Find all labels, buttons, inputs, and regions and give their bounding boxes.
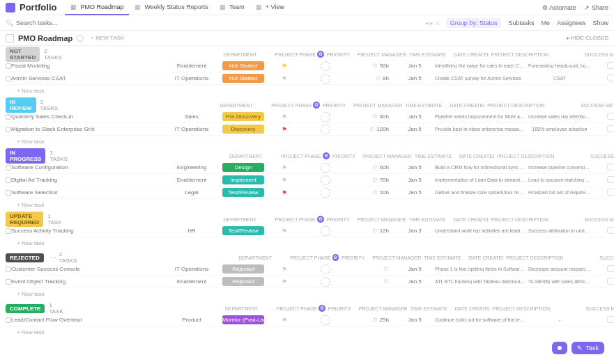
row-checkbox[interactable]	[6, 165, 11, 171]
phase-badge[interactable]: Pre-Discovery	[222, 112, 264, 121]
task-name[interactable]: Lead/Contact Flow Overhaul	[11, 317, 164, 323]
task-name[interactable]: Event Object Tracking	[11, 278, 164, 285]
tab--view[interactable]: ▦+ View	[250, 0, 290, 15]
phase-badge[interactable]: Implement	[222, 175, 264, 184]
department-cell[interactable]: IT Operations	[167, 266, 216, 272]
row-checkbox[interactable]	[6, 177, 11, 183]
task-row[interactable]: Fiscal ModelingEnablementNot Started⚑⏱ 5…	[6, 60, 608, 72]
project-manager-avatar[interactable]	[321, 74, 330, 84]
new-task-inline[interactable]: + New task	[6, 288, 608, 300]
status-badge[interactable]: IN REVIEW	[6, 97, 36, 113]
row-checkbox[interactable]	[6, 76, 11, 81]
comment-icon[interactable]	[607, 74, 614, 81]
task-row[interactable]: Event Object TrackingEnablementRejected⚑…	[6, 276, 608, 288]
toolbar-show[interactable]: Show	[592, 19, 608, 26]
phase-badge[interactable]: Rejected	[222, 264, 264, 274]
task-name[interactable]: Success Activity Tracking	[11, 228, 164, 234]
new-task-inline[interactable]: + New task	[6, 199, 608, 211]
row-checkbox[interactable]	[6, 190, 11, 196]
time-estimate-cell[interactable]: ⏱ 10h	[353, 189, 394, 196]
priority-flag-icon[interactable]: ⚑	[282, 228, 287, 235]
status-badge[interactable]: IN PROGRESS	[6, 148, 45, 164]
task-name[interactable]: Quarterly Sales Check-in	[11, 113, 164, 120]
tab-pmo-roadmap[interactable]: ▦PMO Roadmap	[65, 0, 129, 15]
priority-flag-icon[interactable]: ⚑	[282, 177, 287, 184]
comment-icon[interactable]	[607, 189, 614, 196]
task-row[interactable]: Digital Ad TrackingEnablementImplement⚑⏱…	[6, 174, 608, 187]
department-cell[interactable]: HR	[167, 228, 216, 234]
task-name[interactable]: Admin Services CSAT	[11, 75, 164, 81]
phase-badge[interactable]: Test/Review	[222, 226, 264, 235]
comment-icon[interactable]	[607, 316, 614, 323]
department-cell[interactable]: IT Operations	[167, 126, 216, 132]
priority-flag-icon[interactable]: ⚑	[282, 75, 287, 82]
row-checkbox[interactable]	[6, 267, 11, 272]
phase-badge[interactable]: Monitor (Post-Launc…	[222, 315, 264, 324]
new-task-inline[interactable]: + New task	[6, 237, 608, 249]
project-manager-avatar[interactable]	[321, 277, 330, 287]
priority-flag-icon[interactable]: ⚑	[282, 164, 287, 171]
department-cell[interactable]: Enablement	[167, 63, 216, 69]
time-estimate-cell[interactable]: ⏱ 12h	[353, 228, 394, 234]
task-row[interactable]: Quarterly Sales Check-inSalesPre-Discove…	[6, 111, 608, 123]
time-estimate-cell[interactable]: ⏱ 60h	[353, 164, 394, 171]
project-manager-avatar[interactable]	[321, 61, 330, 71]
toolbar-me[interactable]: Me	[541, 19, 550, 26]
list-checkbox[interactable]	[6, 34, 14, 42]
row-checkbox[interactable]	[6, 279, 11, 285]
row-checkbox[interactable]	[6, 228, 11, 234]
time-estimate-cell[interactable]: ⏱	[353, 266, 394, 272]
project-manager-avatar[interactable]	[321, 112, 330, 122]
task-name[interactable]: Digital Ad Tracking	[11, 177, 164, 183]
status-badge[interactable]: COMPLETE	[6, 304, 45, 313]
project-manager-avatar[interactable]	[321, 188, 330, 198]
time-estimate-cell[interactable]: ⏱	[353, 278, 394, 285]
row-checkbox[interactable]	[6, 114, 11, 120]
status-badge[interactable]: UPDATE REQUIRED	[6, 212, 43, 227]
project-manager-avatar[interactable]	[321, 125, 330, 134]
toolbar-subtasks[interactable]: Subtasks	[508, 19, 534, 26]
priority-flag-icon[interactable]: ⚑	[282, 126, 287, 133]
phase-badge[interactable]: Not Started	[222, 61, 264, 70]
priority-flag-icon[interactable]: ⚑	[282, 266, 287, 273]
new-task-inline[interactable]: + New task	[6, 326, 608, 338]
task-row[interactable]: Admin Services CSATIT OperationsNot Star…	[6, 72, 608, 85]
time-estimate-cell[interactable]: ⏱ 50h	[353, 63, 394, 69]
task-name[interactable]: Software Selection	[11, 189, 164, 196]
row-checkbox[interactable]	[6, 317, 11, 323]
new-task-button[interactable]: + NEW TASK	[91, 35, 124, 41]
comment-icon[interactable]	[607, 62, 614, 69]
department-cell[interactable]: Engineering	[167, 164, 216, 171]
task-row[interactable]: Migration to Slack Enterprise GridIT Ope…	[6, 123, 608, 136]
share-button[interactable]: ↗ Share	[584, 4, 608, 11]
comment-icon[interactable]	[607, 176, 614, 183]
comment-icon[interactable]	[607, 278, 614, 285]
status-badge[interactable]: REJECTED	[6, 253, 44, 262]
comment-icon[interactable]	[607, 164, 614, 171]
priority-flag-icon[interactable]: ⚑	[282, 113, 287, 120]
time-estimate-cell[interactable]: ⏱ 70h	[353, 177, 394, 183]
department-cell[interactable]: Sales	[167, 113, 216, 120]
priority-flag-icon[interactable]: ⚑	[282, 189, 287, 196]
task-row[interactable]: Software ConfigurationEngineeringDesign⚑…	[6, 161, 608, 174]
comment-icon[interactable]	[607, 227, 614, 234]
time-estimate-cell[interactable]: ⏱ 8h	[353, 75, 394, 81]
phase-badge[interactable]: Test/Review	[222, 188, 264, 197]
project-manager-avatar[interactable]	[321, 264, 330, 274]
time-estimate-cell[interactable]: ⏱ 40h	[353, 113, 394, 120]
task-name[interactable]: Customer Success Console	[11, 266, 164, 272]
project-manager-avatar[interactable]	[321, 163, 330, 173]
time-estimate-cell[interactable]: ⏱ 120h	[353, 126, 394, 132]
toolbar-assignees[interactable]: Assignees	[557, 19, 586, 26]
phase-badge[interactable]: Rejected	[222, 277, 264, 286]
tab-weekly-status-reports[interactable]: ▦Weekly Status Reports	[129, 0, 213, 15]
project-manager-avatar[interactable]	[321, 315, 330, 325]
automate-button[interactable]: ⚙ Automate	[542, 4, 576, 11]
task-name[interactable]: Software Configuration	[11, 164, 164, 171]
comment-icon[interactable]	[607, 125, 614, 132]
phase-badge[interactable]: Design	[222, 163, 264, 172]
row-checkbox[interactable]	[6, 63, 11, 69]
toolbar-group-by-status[interactable]: Group by: Status	[446, 18, 502, 28]
department-cell[interactable]: IT Operations	[167, 75, 216, 81]
project-manager-avatar[interactable]	[321, 175, 330, 185]
